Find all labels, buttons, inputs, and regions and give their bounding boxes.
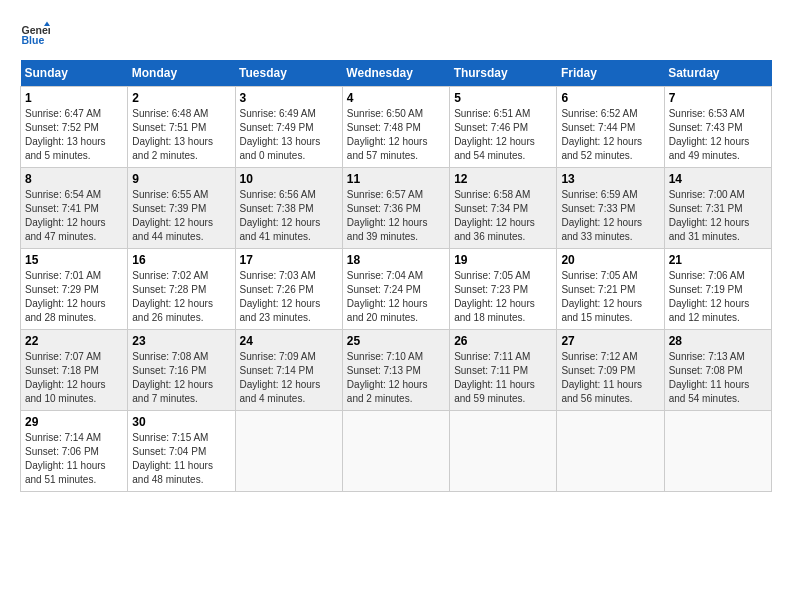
day-cell-14: 14 Sunrise: 7:00 AM Sunset: 7:31 PM Dayl… [664,168,771,249]
day-cell-28: 28 Sunrise: 7:13 AM Sunset: 7:08 PM Dayl… [664,330,771,411]
day-info: Sunrise: 7:14 AM Sunset: 7:06 PM Dayligh… [25,431,123,487]
week-row-1: 1 Sunrise: 6:47 AM Sunset: 7:52 PM Dayli… [21,87,772,168]
day-cell-21: 21 Sunrise: 7:06 AM Sunset: 7:19 PM Dayl… [664,249,771,330]
day-number: 4 [347,91,445,105]
day-info: Sunrise: 7:09 AM Sunset: 7:14 PM Dayligh… [240,350,338,406]
day-number: 3 [240,91,338,105]
empty-cell [664,411,771,492]
day-cell-2: 2 Sunrise: 6:48 AM Sunset: 7:51 PM Dayli… [128,87,235,168]
day-cell-8: 8 Sunrise: 6:54 AM Sunset: 7:41 PM Dayli… [21,168,128,249]
weekday-header-tuesday: Tuesday [235,60,342,87]
weekday-header-thursday: Thursday [450,60,557,87]
day-info: Sunrise: 6:49 AM Sunset: 7:49 PM Dayligh… [240,107,338,163]
day-cell-24: 24 Sunrise: 7:09 AM Sunset: 7:14 PM Dayl… [235,330,342,411]
day-number: 30 [132,415,230,429]
day-cell-12: 12 Sunrise: 6:58 AM Sunset: 7:34 PM Dayl… [450,168,557,249]
day-cell-18: 18 Sunrise: 7:04 AM Sunset: 7:24 PM Dayl… [342,249,449,330]
day-cell-4: 4 Sunrise: 6:50 AM Sunset: 7:48 PM Dayli… [342,87,449,168]
day-number: 1 [25,91,123,105]
weekday-header-monday: Monday [128,60,235,87]
day-info: Sunrise: 6:47 AM Sunset: 7:52 PM Dayligh… [25,107,123,163]
day-number: 16 [132,253,230,267]
weekday-header-row: SundayMondayTuesdayWednesdayThursdayFrid… [21,60,772,87]
empty-cell [235,411,342,492]
empty-cell [342,411,449,492]
day-cell-10: 10 Sunrise: 6:56 AM Sunset: 7:38 PM Dayl… [235,168,342,249]
day-number: 14 [669,172,767,186]
day-cell-3: 3 Sunrise: 6:49 AM Sunset: 7:49 PM Dayli… [235,87,342,168]
day-info: Sunrise: 7:10 AM Sunset: 7:13 PM Dayligh… [347,350,445,406]
day-info: Sunrise: 7:08 AM Sunset: 7:16 PM Dayligh… [132,350,230,406]
day-number: 2 [132,91,230,105]
day-number: 17 [240,253,338,267]
day-number: 5 [454,91,552,105]
weekday-header-sunday: Sunday [21,60,128,87]
day-info: Sunrise: 6:59 AM Sunset: 7:33 PM Dayligh… [561,188,659,244]
day-number: 21 [669,253,767,267]
day-cell-25: 25 Sunrise: 7:10 AM Sunset: 7:13 PM Dayl… [342,330,449,411]
week-row-4: 22 Sunrise: 7:07 AM Sunset: 7:18 PM Dayl… [21,330,772,411]
day-info: Sunrise: 6:51 AM Sunset: 7:46 PM Dayligh… [454,107,552,163]
day-info: Sunrise: 7:02 AM Sunset: 7:28 PM Dayligh… [132,269,230,325]
day-cell-19: 19 Sunrise: 7:05 AM Sunset: 7:23 PM Dayl… [450,249,557,330]
day-info: Sunrise: 7:11 AM Sunset: 7:11 PM Dayligh… [454,350,552,406]
day-info: Sunrise: 7:03 AM Sunset: 7:26 PM Dayligh… [240,269,338,325]
day-info: Sunrise: 6:52 AM Sunset: 7:44 PM Dayligh… [561,107,659,163]
day-info: Sunrise: 6:50 AM Sunset: 7:48 PM Dayligh… [347,107,445,163]
day-cell-22: 22 Sunrise: 7:07 AM Sunset: 7:18 PM Dayl… [21,330,128,411]
day-cell-15: 15 Sunrise: 7:01 AM Sunset: 7:29 PM Dayl… [21,249,128,330]
day-info: Sunrise: 6:58 AM Sunset: 7:34 PM Dayligh… [454,188,552,244]
day-number: 12 [454,172,552,186]
day-number: 10 [240,172,338,186]
day-number: 25 [347,334,445,348]
day-number: 7 [669,91,767,105]
day-info: Sunrise: 6:56 AM Sunset: 7:38 PM Dayligh… [240,188,338,244]
day-number: 15 [25,253,123,267]
day-cell-6: 6 Sunrise: 6:52 AM Sunset: 7:44 PM Dayli… [557,87,664,168]
weekday-header-saturday: Saturday [664,60,771,87]
page-header: General Blue [20,20,772,50]
day-number: 24 [240,334,338,348]
day-cell-30: 30 Sunrise: 7:15 AM Sunset: 7:04 PM Dayl… [128,411,235,492]
svg-text:Blue: Blue [22,34,45,46]
weekday-header-wednesday: Wednesday [342,60,449,87]
day-info: Sunrise: 7:06 AM Sunset: 7:19 PM Dayligh… [669,269,767,325]
week-row-2: 8 Sunrise: 6:54 AM Sunset: 7:41 PM Dayli… [21,168,772,249]
day-info: Sunrise: 7:01 AM Sunset: 7:29 PM Dayligh… [25,269,123,325]
day-number: 27 [561,334,659,348]
day-cell-7: 7 Sunrise: 6:53 AM Sunset: 7:43 PM Dayli… [664,87,771,168]
day-cell-27: 27 Sunrise: 7:12 AM Sunset: 7:09 PM Dayl… [557,330,664,411]
calendar-table: SundayMondayTuesdayWednesdayThursdayFrid… [20,60,772,492]
day-info: Sunrise: 6:54 AM Sunset: 7:41 PM Dayligh… [25,188,123,244]
day-number: 19 [454,253,552,267]
day-cell-13: 13 Sunrise: 6:59 AM Sunset: 7:33 PM Dayl… [557,168,664,249]
day-number: 26 [454,334,552,348]
day-number: 9 [132,172,230,186]
day-info: Sunrise: 7:05 AM Sunset: 7:21 PM Dayligh… [561,269,659,325]
day-cell-17: 17 Sunrise: 7:03 AM Sunset: 7:26 PM Dayl… [235,249,342,330]
day-cell-29: 29 Sunrise: 7:14 AM Sunset: 7:06 PM Dayl… [21,411,128,492]
week-row-5: 29 Sunrise: 7:14 AM Sunset: 7:06 PM Dayl… [21,411,772,492]
day-info: Sunrise: 7:07 AM Sunset: 7:18 PM Dayligh… [25,350,123,406]
day-number: 6 [561,91,659,105]
day-info: Sunrise: 7:13 AM Sunset: 7:08 PM Dayligh… [669,350,767,406]
day-number: 13 [561,172,659,186]
day-number: 11 [347,172,445,186]
day-info: Sunrise: 7:04 AM Sunset: 7:24 PM Dayligh… [347,269,445,325]
week-row-3: 15 Sunrise: 7:01 AM Sunset: 7:29 PM Dayl… [21,249,772,330]
empty-cell [450,411,557,492]
day-info: Sunrise: 7:00 AM Sunset: 7:31 PM Dayligh… [669,188,767,244]
empty-cell [557,411,664,492]
day-info: Sunrise: 6:57 AM Sunset: 7:36 PM Dayligh… [347,188,445,244]
day-cell-16: 16 Sunrise: 7:02 AM Sunset: 7:28 PM Dayl… [128,249,235,330]
day-cell-5: 5 Sunrise: 6:51 AM Sunset: 7:46 PM Dayli… [450,87,557,168]
day-cell-23: 23 Sunrise: 7:08 AM Sunset: 7:16 PM Dayl… [128,330,235,411]
day-cell-1: 1 Sunrise: 6:47 AM Sunset: 7:52 PM Dayli… [21,87,128,168]
day-cell-20: 20 Sunrise: 7:05 AM Sunset: 7:21 PM Dayl… [557,249,664,330]
day-cell-26: 26 Sunrise: 7:11 AM Sunset: 7:11 PM Dayl… [450,330,557,411]
day-info: Sunrise: 6:48 AM Sunset: 7:51 PM Dayligh… [132,107,230,163]
day-number: 18 [347,253,445,267]
day-info: Sunrise: 7:12 AM Sunset: 7:09 PM Dayligh… [561,350,659,406]
day-info: Sunrise: 6:55 AM Sunset: 7:39 PM Dayligh… [132,188,230,244]
day-number: 20 [561,253,659,267]
